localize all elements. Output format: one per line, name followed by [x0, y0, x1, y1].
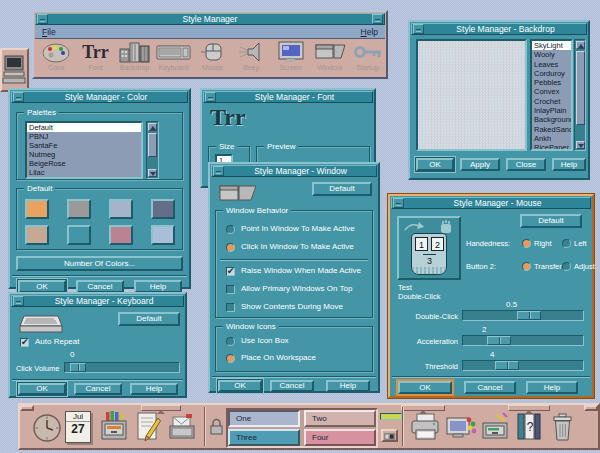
style-manager-control[interactable] [444, 411, 478, 445]
palette-list[interactable]: Default PBNJ SantaFe Nutmeg BeigeRose Li… [25, 121, 143, 179]
backdrop-list[interactable]: SkyLight Wooly Leaves Corduroy Pebbles C… [530, 39, 573, 151]
window-menu-button[interactable] [13, 296, 24, 306]
click-volume-slider[interactable] [64, 362, 180, 373]
check-primary-on-top[interactable] [226, 285, 235, 294]
backdrop-scrollbar[interactable] [574, 39, 586, 151]
printer-control[interactable] [408, 411, 442, 445]
list-item[interactable]: Background [532, 115, 571, 124]
calendar-control[interactable]: Jul 27 [65, 411, 91, 443]
desktop-workstation-icon[interactable] [0, 48, 29, 92]
list-item[interactable]: Crochet [532, 97, 571, 106]
list-item[interactable]: Ankh [532, 134, 571, 143]
color-swatch[interactable] [25, 225, 49, 245]
window-menu-button[interactable] [213, 166, 224, 176]
slider-thumb[interactable] [487, 336, 511, 345]
radio-button2-transfer[interactable] [522, 262, 531, 271]
color-swatch[interactable] [109, 225, 133, 245]
double-click-slider[interactable] [462, 310, 584, 321]
color-swatch[interactable] [151, 199, 175, 219]
color-swatch[interactable] [67, 225, 91, 245]
slider-thumb[interactable] [70, 363, 86, 372]
scroll-thumb[interactable] [148, 133, 157, 157]
list-item[interactable]: PBNJ [27, 132, 141, 141]
default-button[interactable]: Default [118, 312, 180, 326]
window-menu-button[interactable] [13, 92, 24, 102]
close-button[interactable]: Close [506, 158, 546, 171]
scroll-up-icon[interactable] [148, 123, 157, 131]
list-item[interactable]: Default [27, 123, 141, 132]
color-swatch[interactable] [109, 199, 133, 219]
text-editor-control[interactable] [133, 409, 163, 445]
launcher-screen[interactable]: Screen [271, 39, 310, 77]
workspace-button-four[interactable]: Four [304, 429, 376, 446]
slider-thumb[interactable] [517, 311, 541, 320]
list-item[interactable]: Leaves [532, 60, 571, 69]
acceleration-slider[interactable] [462, 335, 584, 346]
radio-place-on-workspace[interactable] [226, 354, 235, 363]
clock-control[interactable] [32, 411, 62, 445]
default-button[interactable]: Default [520, 214, 582, 228]
mouse-test-panel[interactable]: 1 2 3 [397, 216, 461, 280]
applications-control[interactable] [480, 411, 510, 445]
workspace-button-one[interactable]: One [228, 410, 300, 427]
help-button[interactable]: Help [326, 380, 370, 392]
ok-button[interactable]: OK [18, 383, 66, 395]
menu-help[interactable]: Help [361, 27, 378, 37]
scroll-down-icon[interactable] [576, 141, 585, 149]
list-item[interactable]: SantaFe [27, 141, 141, 150]
default-button[interactable]: Default [312, 182, 372, 196]
maximize-button[interactable] [372, 14, 383, 24]
launcher-window[interactable]: Window [310, 39, 349, 77]
list-item[interactable]: Wooly [532, 50, 571, 59]
list-item[interactable]: Nutmeg [27, 150, 141, 159]
help-control[interactable]: ? [514, 410, 544, 445]
slider-thumb[interactable] [495, 361, 519, 370]
list-item[interactable]: RakedSand [532, 125, 571, 134]
check-show-contents[interactable] [226, 303, 235, 312]
list-item[interactable]: RicePaper [532, 143, 571, 151]
radio-use-icon-box[interactable] [226, 337, 235, 346]
scroll-up-icon[interactable] [576, 41, 585, 49]
list-item[interactable]: InlayPlain [532, 106, 571, 115]
workspace-button-two[interactable]: Two [304, 410, 376, 427]
list-item[interactable]: Pebbles [532, 78, 571, 87]
launcher-font[interactable]: Trr Font [76, 39, 115, 77]
launcher-startup[interactable]: Startup [348, 39, 387, 77]
trash-control[interactable] [550, 411, 576, 445]
launcher-keyboard[interactable]: Keyboard [154, 39, 193, 77]
radio-handedness-left[interactable] [562, 239, 571, 248]
color-swatch[interactable] [25, 199, 49, 219]
help-button[interactable]: Help [552, 158, 586, 171]
ok-button[interactable]: OK [218, 380, 262, 392]
cancel-button[interactable]: Cancel [74, 383, 122, 395]
window-menu-button[interactable] [393, 198, 404, 208]
scroll-thumb[interactable] [576, 51, 585, 125]
mail-control[interactable] [167, 409, 197, 445]
help-button[interactable]: Help [526, 381, 578, 394]
lock-control[interactable] [209, 417, 224, 436]
list-item[interactable]: Convex [532, 87, 571, 96]
list-item[interactable]: Lilac [27, 168, 141, 177]
exit-button[interactable] [381, 429, 398, 442]
launcher-beep[interactable]: Beep [232, 39, 271, 77]
ok-button[interactable]: OK [416, 158, 454, 171]
window-menu-button[interactable] [37, 14, 48, 24]
color-swatch[interactable] [67, 199, 91, 219]
ok-button[interactable]: OK [398, 381, 452, 394]
radio-handedness-right[interactable] [522, 239, 531, 248]
help-button[interactable]: Help [130, 383, 178, 395]
launcher-backdrop[interactable]: Backdrop [115, 39, 154, 77]
color-swatch[interactable] [151, 225, 175, 245]
panel-handle-right[interactable] [584, 405, 598, 411]
check-raise-window[interactable] [226, 267, 235, 276]
apply-button[interactable]: Apply [460, 158, 500, 171]
window-menu-button[interactable] [205, 92, 216, 102]
workspace-button-three[interactable]: Three [228, 429, 300, 446]
number-of-colors-button[interactable]: Number Of Colors... [16, 256, 183, 271]
list-item[interactable]: Corduroy [532, 69, 571, 78]
list-item[interactable]: SkyLight [532, 41, 571, 50]
cancel-button[interactable]: Cancel [464, 381, 516, 394]
scroll-down-icon[interactable] [148, 169, 157, 177]
check-auto-repeat[interactable] [20, 338, 29, 347]
radio-button2-adjust[interactable] [562, 262, 571, 271]
